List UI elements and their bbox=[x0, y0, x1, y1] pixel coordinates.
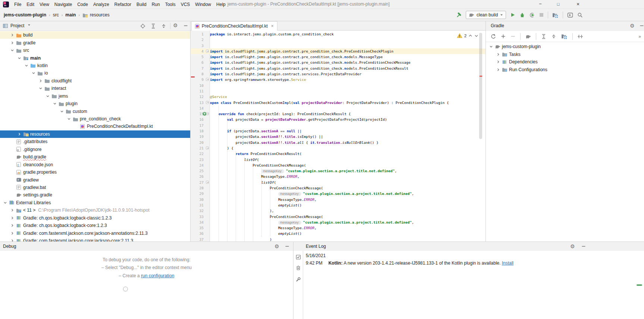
tree-row-gradle.properties[interactable]: gradle.properties bbox=[0, 168, 191, 176]
tree-row-gradle-ch.qos.logback-logback-classic-1.2.3[interactable]: Gradle: ch.qos.logback:logback-classic:1… bbox=[0, 214, 191, 222]
project-panel-title[interactable]: Project bbox=[10, 21, 24, 31]
tree-row-gradle-com.fasterxml.jackson.core-jackson-annotations-2.11.3[interactable]: Gradle: com.fasterxml.jackson.core:jacks… bbox=[0, 229, 191, 237]
override-gutter-icon[interactable] bbox=[202, 112, 207, 117]
code-line[interactable]: @Service bbox=[210, 94, 486, 100]
tree-row-jems[interactable]: jems bbox=[0, 92, 191, 100]
chevron-right-icon[interactable] bbox=[9, 208, 15, 212]
code-line[interactable]: import io.cloudflight.jems.plugin.contra… bbox=[210, 60, 486, 65]
expand-all-icon[interactable] bbox=[541, 34, 546, 39]
code-line[interactable]: PreConditionCheckMessage( bbox=[210, 214, 486, 219]
menu-build[interactable]: Build bbox=[134, 0, 149, 9]
chevron-down-icon[interactable] bbox=[9, 48, 15, 52]
tree-row-custom[interactable]: custom bbox=[0, 107, 191, 115]
code-line[interactable] bbox=[210, 43, 486, 48]
code-line[interactable] bbox=[210, 123, 486, 128]
log-settings-icon[interactable] bbox=[296, 277, 301, 282]
run-button-icon[interactable] bbox=[510, 12, 515, 18]
execute-gradle-task-icon[interactable] bbox=[525, 34, 531, 39]
code-line[interactable]: PreConditionCheckMessage( bbox=[210, 185, 486, 191]
tree-row-io[interactable]: io bbox=[0, 69, 191, 77]
tree-row-src[interactable]: src bbox=[0, 47, 191, 54]
code-line[interactable]: open class PreConditionCheckCustomImpl(v… bbox=[210, 100, 486, 105]
mark-all-read-icon[interactable] bbox=[296, 255, 301, 260]
code-line[interactable]: messageKey:"custom.plugin.section.a.proj… bbox=[210, 168, 486, 174]
run-configuration-select[interactable]: clean build bbox=[466, 11, 506, 19]
project-structure-icon[interactable] bbox=[552, 12, 559, 18]
more-actions-icon[interactable]: » bbox=[638, 34, 641, 39]
code-line[interactable]: ) { bbox=[210, 145, 486, 151]
chevron-down-icon[interactable] bbox=[59, 110, 65, 113]
tree-row-main[interactable]: main bbox=[0, 54, 191, 61]
menu-vcs[interactable]: VCS bbox=[178, 0, 193, 9]
close-window-button[interactable]: × bbox=[572, 0, 584, 8]
menu-file[interactable]: File bbox=[12, 0, 24, 9]
fold-marker-icon[interactable] bbox=[206, 50, 209, 53]
code-line[interactable]: ), bbox=[210, 208, 486, 214]
tree-row-.gitignore[interactable]: .gitignore bbox=[0, 146, 191, 153]
code-line[interactable]: package io.interact.jems.plugin.custom.p… bbox=[210, 31, 486, 37]
tree-row-gradle[interactable]: gradle bbox=[0, 39, 191, 46]
gear-icon[interactable]: ⚙ bbox=[173, 23, 178, 28]
code-line[interactable]: listOf( bbox=[210, 180, 486, 185]
chevron-down-icon[interactable] bbox=[23, 64, 29, 67]
search-everywhere-icon[interactable] bbox=[577, 12, 583, 18]
breadcrumb-item[interactable]: src bbox=[53, 12, 59, 18]
fold-marker-icon[interactable] bbox=[206, 146, 209, 149]
tree-row-gradlew.bat[interactable]: gradlew.bat bbox=[0, 184, 191, 191]
next-warning-icon[interactable] bbox=[474, 34, 478, 38]
tree-row-gradle-com.fasterxml.jackson.core-jackson-core-2.11.3[interactable]: Gradle: com.fasterxml.jackson.core:jacks… bbox=[0, 237, 191, 241]
chevron-right-icon[interactable] bbox=[9, 239, 15, 241]
chevron-down-icon[interactable] bbox=[52, 102, 58, 105]
chevron-down-icon[interactable] bbox=[45, 94, 51, 98]
code-line[interactable] bbox=[210, 105, 486, 111]
tree-row-resources[interactable]: resources bbox=[0, 130, 191, 138]
chevron-right-icon[interactable] bbox=[9, 231, 15, 235]
menu-navigate[interactable]: Navigate bbox=[52, 0, 75, 9]
chevron-right-icon[interactable] bbox=[9, 224, 15, 227]
group-modules-icon[interactable] bbox=[561, 34, 568, 39]
code-line[interactable]: MessageType.ERROR, bbox=[210, 225, 486, 231]
chevron-right-icon[interactable] bbox=[495, 60, 501, 64]
code-line[interactable]: emptyList() bbox=[210, 202, 486, 208]
hide-panel-icon[interactable] bbox=[285, 244, 289, 249]
chevron-down-icon[interactable] bbox=[38, 86, 44, 90]
code-line[interactable]: messageKey:"custom.plugin.section.a.proj… bbox=[210, 191, 486, 196]
chevron-right-icon[interactable] bbox=[9, 216, 15, 220]
close-tab-icon[interactable]: × bbox=[271, 23, 274, 29]
chevron-right-icon[interactable] bbox=[9, 33, 15, 37]
tree-row-kotlin[interactable]: kotlin bbox=[0, 62, 191, 69]
fold-marker-icon[interactable] bbox=[206, 181, 209, 184]
editor-tab[interactable]: PreConditionCheckDefaultImpl.kt × bbox=[191, 21, 277, 31]
error-stripe-mark[interactable] bbox=[480, 76, 482, 77]
gear-icon[interactable]: ⚙ bbox=[274, 244, 279, 249]
attach-project-icon[interactable] bbox=[501, 34, 506, 39]
tree-row-run-configurations[interactable]: Run Configurations bbox=[486, 66, 644, 73]
menu-edit[interactable]: Edit bbox=[24, 0, 37, 9]
clear-log-icon[interactable] bbox=[296, 265, 301, 271]
code-line[interactable]: ) bbox=[210, 237, 486, 241]
code-line[interactable]: return PreConditionCheckResult( bbox=[210, 151, 486, 157]
code-line[interactable]: import io.cloudflight.jems.plugin.contra… bbox=[210, 48, 486, 54]
tree-row-cloudflight[interactable]: cloudflight bbox=[0, 77, 191, 85]
maximize-window-button[interactable]: □ bbox=[553, 0, 564, 8]
menu-refactor[interactable]: Refactor bbox=[112, 0, 134, 9]
gear-icon[interactable]: ⚙ bbox=[570, 244, 575, 249]
code-area[interactable]: package io.interact.jems.plugin.custom.p… bbox=[210, 31, 486, 241]
editor-body[interactable]: 1234567891011121314151617181920212223242… bbox=[191, 31, 486, 241]
tree-row-external-libraries[interactable]: External Libraries bbox=[0, 199, 191, 206]
tree-row-jems-custom-plugin[interactable]: jems-custom-plugin bbox=[486, 43, 644, 50]
menu-run[interactable]: Run bbox=[149, 0, 163, 9]
reload-gradle-icon[interactable] bbox=[490, 34, 496, 39]
chevron-right-icon[interactable] bbox=[16, 132, 22, 136]
chevron-down-icon[interactable] bbox=[488, 45, 494, 48]
minimize-window-button[interactable]: − bbox=[535, 0, 546, 8]
build-hammer-icon[interactable] bbox=[456, 12, 462, 18]
code-line[interactable]: import io.cloudflight.jems.plugin.contra… bbox=[210, 71, 486, 77]
breadcrumb-item[interactable]: jems-custom-plugin bbox=[4, 12, 46, 18]
code-line[interactable]: MessageType.ERROR, bbox=[210, 197, 486, 202]
menu-analyze[interactable]: Analyze bbox=[91, 0, 112, 9]
code-line[interactable]: projectData.sectionA!!.title.isEmpty() |… bbox=[210, 134, 486, 139]
code-line[interactable] bbox=[210, 83, 486, 88]
breadcrumb-item[interactable]: resources bbox=[90, 12, 110, 18]
code-line[interactable]: PreConditionCheckMessage( bbox=[210, 162, 486, 168]
